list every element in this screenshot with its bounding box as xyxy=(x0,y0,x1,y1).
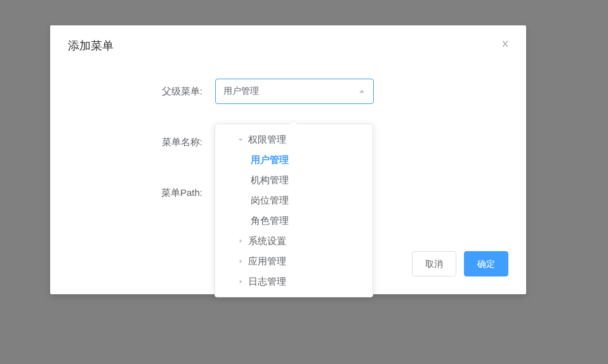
tree-node[interactable]: 日志管理 xyxy=(215,271,373,292)
tree-node-label: 系统设置 xyxy=(248,235,286,247)
tree-node-label: 日志管理 xyxy=(248,276,286,288)
modal-header: 添加菜单 xyxy=(50,25,526,60)
tree-node-label: 权限管理 xyxy=(248,134,286,146)
parent-menu-value: 用户管理 xyxy=(223,86,259,97)
tree-node-label: 角色管理 xyxy=(251,215,289,227)
tree-node[interactable]: 角色管理 xyxy=(215,211,373,231)
cancel-button[interactable]: 取消 xyxy=(412,251,456,276)
menu-name-label: 菜单名称: xyxy=(76,136,215,148)
caret-right-icon xyxy=(237,238,244,244)
dropdown-arrow-icon xyxy=(290,120,298,124)
tree-node[interactable]: 权限管理 xyxy=(215,129,373,150)
caret-right-icon xyxy=(237,258,244,264)
tree-node[interactable]: 机构管理 xyxy=(215,170,373,190)
tree-node[interactable]: 应用管理 xyxy=(215,251,373,271)
parent-menu-dropdown: 权限管理用户管理机构管理岗位管理角色管理系统设置应用管理日志管理 xyxy=(215,124,373,297)
caret-right-icon xyxy=(237,278,244,285)
tree-node[interactable]: 系统设置 xyxy=(215,231,373,251)
parent-menu-label: 父级菜单: xyxy=(76,86,215,98)
tree-node[interactable]: 岗位管理 xyxy=(215,190,373,211)
caret-down-icon xyxy=(237,136,244,143)
chevron-up-icon xyxy=(358,88,366,95)
tree-node[interactable]: 用户管理 xyxy=(215,150,373,170)
modal-title: 添加菜单 xyxy=(68,38,508,53)
parent-menu-select[interactable]: 用户管理 xyxy=(215,79,374,104)
menu-path-label: 菜单Path: xyxy=(76,187,215,199)
tree-node-label: 机构管理 xyxy=(251,174,289,186)
close-button[interactable] xyxy=(501,39,510,50)
close-icon xyxy=(501,39,510,48)
form-row-parent-menu: 父级菜单: 用户管理 xyxy=(76,79,501,104)
tree-node-label: 岗位管理 xyxy=(251,195,289,207)
confirm-button[interactable]: 确定 xyxy=(464,251,508,276)
tree-node-label: 用户管理 xyxy=(251,154,289,166)
tree-node-label: 应用管理 xyxy=(248,256,286,268)
